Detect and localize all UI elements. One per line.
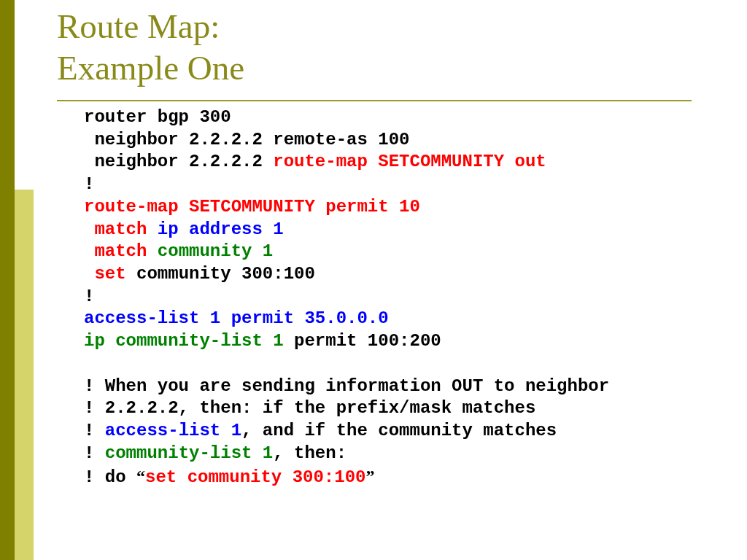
close-quote: ” bbox=[365, 467, 374, 486]
sidebar-accent-dark bbox=[0, 0, 15, 560]
comment-l5a: ! do bbox=[84, 467, 136, 487]
cfg-neighbor-remote: neighbor 2.2.2.2 remote-as 100 bbox=[84, 130, 409, 149]
comment-l3b: access-list 1 bbox=[105, 421, 241, 440]
cfg-ip-commlist-b: permit 100:200 bbox=[294, 331, 441, 351]
comment-l4c: , then: bbox=[273, 443, 347, 463]
cfg-bang-2: ! bbox=[84, 287, 94, 306]
title-line-1: Route Map: bbox=[57, 6, 244, 47]
cfg-bang-1: ! bbox=[84, 174, 94, 194]
comment-l1: ! When you are sending information OUT t… bbox=[84, 376, 609, 396]
comment-l4b: community-list 1 bbox=[105, 443, 273, 463]
cfg-access-list: access-list 1 permit 35.0.0.0 bbox=[84, 308, 389, 328]
title-line-2: Example One bbox=[57, 47, 244, 89]
cfg-routemap-permit: route-map SETCOMMUNITY permit 10 bbox=[84, 197, 420, 217]
comment-l5b: set community 300:100 bbox=[145, 467, 365, 487]
cfg-neighbor-rmap-a: neighbor 2.2.2.2 bbox=[84, 152, 273, 171]
cfg-router-bgp: router bgp 300 bbox=[84, 107, 231, 127]
cfg-match-comm-a: match bbox=[84, 241, 158, 261]
open-quote: “ bbox=[136, 467, 145, 486]
comment-l2: ! 2.2.2.2, then: if the prefix/mask matc… bbox=[84, 398, 535, 418]
comment-l3c: , and if the community matches bbox=[241, 421, 557, 440]
slide-title: Route Map: Example One bbox=[57, 6, 244, 90]
comment-l4a: ! bbox=[84, 443, 105, 463]
title-underline bbox=[57, 100, 692, 101]
cfg-match-ip-a: match bbox=[84, 219, 158, 239]
cfg-neighbor-rmap-b: route-map SETCOMMUNITY out bbox=[273, 152, 546, 171]
config-code-block: router bgp 300 neighbor 2.2.2.2 remote-a… bbox=[84, 106, 609, 489]
cfg-match-ip-b: ip address 1 bbox=[158, 219, 284, 239]
comment-l3a: ! bbox=[84, 421, 105, 440]
cfg-ip-commlist-a: ip community-list 1 bbox=[84, 331, 294, 351]
cfg-set-comm-b: community 300:100 bbox=[136, 264, 315, 284]
cfg-set-comm-a: set bbox=[84, 264, 136, 284]
cfg-match-comm-b: community 1 bbox=[158, 241, 273, 261]
